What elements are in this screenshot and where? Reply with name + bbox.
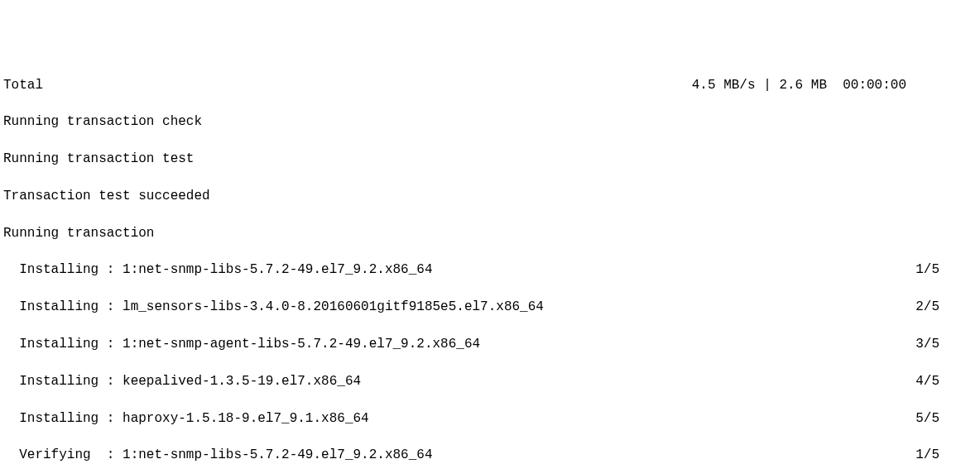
- pkg-count: 5/5: [915, 409, 977, 428]
- verify-row: Verifying : 1:net-snmp-libs-5.7.2-49.el7…: [3, 446, 977, 464]
- install-row: Installing : 1:net-snmp-libs-5.7.2-49.el…: [3, 261, 977, 279]
- pkg-count: 1/5: [915, 446, 977, 464]
- pkg-name: keepalived-1.3.5-19.el7.x86_64: [122, 374, 361, 389]
- install-row: Installing : keepalived-1.3.5-19.el7.x86…: [3, 372, 977, 390]
- pkg-name: 1:net-snmp-libs-5.7.2-49.el7_9.2.x86_64: [122, 262, 432, 277]
- total-label: Total: [3, 76, 43, 94]
- install-row: Installing : haproxy-1.5.18-9.el7_9.1.x8…: [3, 409, 977, 428]
- pkg-name: haproxy-1.5.18-9.el7_9.1.x86_64: [122, 411, 369, 426]
- pkg-name: 1:net-snmp-agent-libs-5.7.2-49.el7_9.2.x…: [122, 337, 480, 352]
- pkg-count: 2/5: [915, 298, 977, 316]
- pkg-count: 3/5: [915, 335, 977, 353]
- pkg-count: 1/5: [915, 261, 977, 279]
- progress-line: Running transaction: [3, 224, 977, 242]
- progress-line: Running transaction test: [3, 150, 977, 168]
- total-row: Total 4.5 MB/s | 2.6 MB 00:00:00: [3, 76, 977, 94]
- pkg-name: 1:net-snmp-libs-5.7.2-49.el7_9.2.x86_64: [122, 447, 432, 462]
- install-row: Installing : lm_sensors-libs-3.4.0-8.201…: [3, 298, 977, 316]
- total-stats: 4.5 MB/s | 2.6 MB 00:00:00: [692, 76, 977, 94]
- pkg-name: lm_sensors-libs-3.4.0-8.20160601gitf9185…: [122, 299, 544, 314]
- install-row: Installing : 1:net-snmp-agent-libs-5.7.2…: [3, 335, 977, 353]
- pkg-count: 4/5: [915, 372, 977, 390]
- progress-line: Transaction test succeeded: [3, 187, 977, 205]
- progress-line: Running transaction check: [3, 112, 977, 131]
